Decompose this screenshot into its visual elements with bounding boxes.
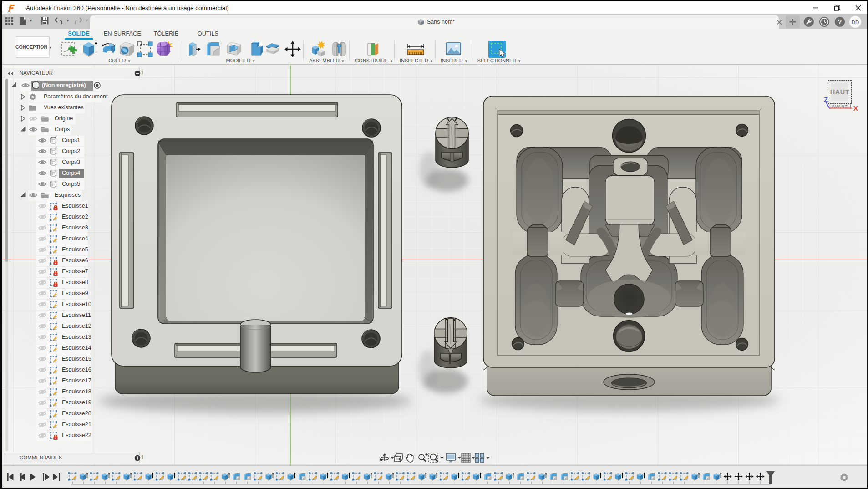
svg-text:DD: DD [852,20,859,25]
svg-text:?: ? [838,18,842,25]
svg-text:Z: Z [824,96,828,103]
svg-text:X: X [853,104,858,111]
